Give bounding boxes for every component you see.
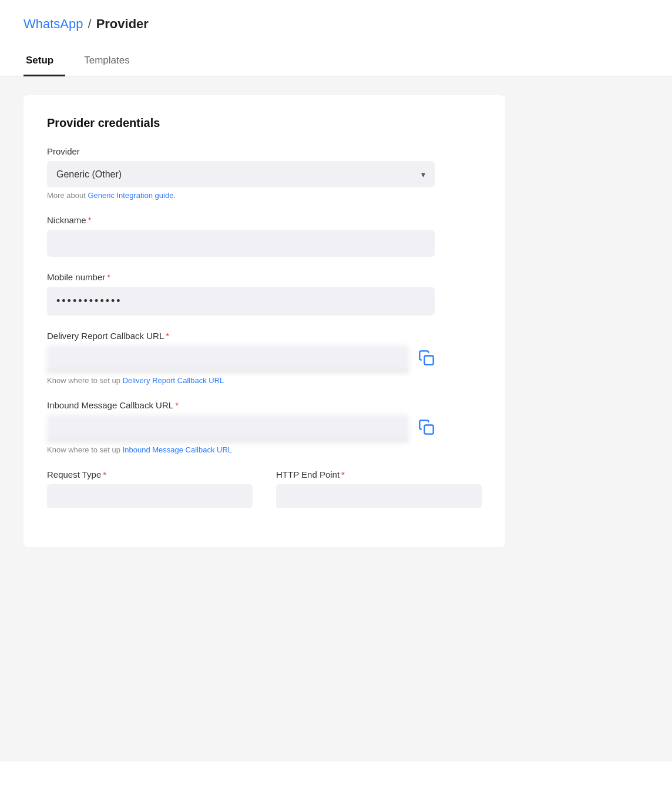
delivery-report-required-star: * [166,331,169,341]
delivery-report-url-input[interactable]: https://wzrkt.com/a1b2c3d4e5f6a1b2c3d4e5… [47,345,409,373]
breadcrumb: WhatsApp / Provider [23,16,649,32]
mobile-number-label: Mobile number * [47,272,482,282]
svg-rect-0 [425,356,434,365]
tab-templates[interactable]: Templates [82,49,141,76]
http-endpoint-group: HTTP End Point * [276,469,482,508]
http-endpoint-label: HTTP End Point * [276,469,482,479]
request-type-label: Request Type * [47,469,253,479]
nickname-input[interactable]: john@clevertap.com [47,230,435,257]
provider-select[interactable]: Generic (Other) Twilio MessageBird Vonag… [47,161,435,187]
svg-rect-1 [425,425,434,434]
inbound-message-copy-icon[interactable] [418,419,435,438]
generic-integration-guide-link[interactable]: Generic Integration guide. [88,191,176,200]
provider-select-wrapper: Generic (Other) Twilio MessageBird Vonag… [47,161,435,187]
provider-credentials-card: Provider credentials Provider Generic (O… [23,95,505,547]
nickname-field-group: Nickname * john@clevertap.com [47,215,482,257]
provider-field-group: Provider Generic (Other) Twilio MessageB… [47,146,482,200]
page-wrapper: WhatsApp / Provider Setup Templates Prov… [0,0,672,785]
delivery-report-callback-url-link[interactable]: Delivery Report Callback URL [123,376,224,385]
request-type-group: Request Type * [47,469,253,508]
request-type-required-star: * [103,469,106,479]
request-type-endpoint-row: Request Type * HTTP End Point * [47,469,482,524]
breadcrumb-separator: / [88,16,92,32]
http-endpoint-required-star: * [341,469,345,479]
breadcrumb-whatsapp-link[interactable]: WhatsApp [23,16,83,32]
nickname-label: Nickname * [47,215,482,225]
tab-setup[interactable]: Setup [23,49,65,76]
inbound-message-label: Inbound Message Callback URL * [47,400,482,410]
inbound-message-url-input[interactable]: https://wzrkt.com/b2c3d4e5f6a1b2c3d4e5f6… [47,415,409,442]
inbound-required-star: * [175,400,179,410]
inbound-message-callback-url-link[interactable]: Inbound Message Callback URL [123,445,232,454]
provider-helper: More about Generic Integration guide. [47,191,482,200]
mobile-number-input[interactable] [47,287,435,316]
main-content: Provider credentials Provider Generic (O… [0,76,672,761]
delivery-report-label: Delivery Report Callback URL * [47,331,482,341]
nickname-required-star: * [88,215,92,225]
mobile-required-star: * [107,272,110,282]
breadcrumb-area: WhatsApp / Provider [0,0,672,32]
http-endpoint-input[interactable] [276,484,482,508]
tabs-area: Setup Templates [0,32,672,76]
breadcrumb-provider: Provider [96,16,149,32]
delivery-report-url-group: Delivery Report Callback URL * https://w… [47,331,482,385]
inbound-message-url-group: Inbound Message Callback URL * https://w… [47,400,482,454]
provider-label: Provider [47,146,482,156]
delivery-report-copy-icon[interactable] [418,350,435,368]
delivery-report-helper: Know where to set up Delivery Report Cal… [47,376,482,385]
inbound-message-helper: Know where to set up Inbound Message Cal… [47,445,482,454]
mobile-number-field-group: Mobile number * [47,272,482,316]
request-type-input[interactable] [47,484,253,508]
tabs: Setup Templates [23,48,649,76]
section-title: Provider credentials [47,116,482,130]
